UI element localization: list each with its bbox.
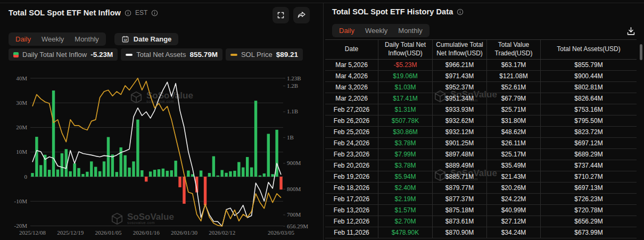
inflow-bar[interactable] [267, 134, 270, 177]
tab-monthly[interactable]: Monthly [393, 25, 428, 36]
legend-label: SOL Price [241, 51, 273, 59]
inflow-bar[interactable] [217, 176, 219, 177]
tab-weekly[interactable]: Weekly [36, 34, 69, 45]
inflow-bar[interactable] [145, 177, 147, 181]
inflow-bar[interactable] [86, 172, 88, 177]
inflow-bar[interactable] [208, 173, 211, 177]
inflow-bar[interactable] [31, 173, 34, 177]
share-button[interactable] [293, 7, 310, 23]
value-cell: $873.61M [433, 216, 487, 227]
date-cell: Feb 18,2026 [325, 183, 378, 193]
value-cell: $2.19M [378, 194, 433, 204]
fullscreen-button[interactable] [273, 7, 289, 23]
inflow-bar[interactable] [153, 170, 156, 177]
value-cell: $673.99M [541, 227, 637, 238]
inflow-bar[interactable] [123, 155, 126, 177]
value-cell: $697.13M [541, 183, 637, 193]
left-axis-tick: 0 [24, 173, 28, 180]
tab-daily[interactable]: Daily [10, 34, 36, 45]
timezone-info-icon[interactable] [151, 10, 158, 16]
date-range-button[interactable]: 12 Date Range [114, 33, 179, 45]
value-cell: $971.43M [433, 71, 487, 81]
inflow-bar[interactable] [128, 168, 130, 177]
inflow-bar[interactable] [77, 168, 80, 177]
tab-weekly[interactable]: Weekly [360, 25, 393, 36]
inflow-bar[interactable] [115, 172, 118, 177]
inflow-bar[interactable] [158, 169, 160, 177]
inflow-bar[interactable] [141, 170, 143, 177]
inflow-bar[interactable] [162, 169, 164, 177]
inflow-bar[interactable] [35, 137, 38, 177]
value-cell: $726.23M [541, 194, 637, 204]
inflow-bar[interactable] [39, 165, 42, 177]
inflow-bar[interactable] [174, 161, 177, 177]
inflow-bar[interactable] [187, 170, 189, 177]
legend-daily-total-net-inflow[interactable]: Daily Total Net Inflow-5.23M [9, 48, 118, 61]
table-header-row: DateDaily Total Net Inflow(USD)Cumulativ… [325, 39, 637, 60]
inflow-bar[interactable] [149, 171, 152, 177]
etf-netinflow-chart[interactable]: 40M30M20M10M0-10M-20M1.23B1.2B1.1B1B900M… [0, 69, 319, 240]
date-cell: Feb 27,2026 [325, 104, 378, 115]
inflow-bar[interactable] [69, 171, 72, 177]
inflow-bar[interactable] [271, 174, 274, 177]
inflow-bar[interactable] [233, 171, 236, 177]
inflow-bar[interactable] [246, 157, 249, 177]
inflow-bar[interactable] [61, 153, 63, 177]
inflow-bar[interactable] [107, 137, 110, 177]
calendar-icon: 12 [121, 35, 129, 43]
inflow-bar[interactable] [48, 170, 51, 177]
inflow-bar[interactable] [56, 170, 59, 177]
inflow-bar[interactable] [204, 177, 207, 205]
value-cell: $889.49M [433, 160, 487, 171]
right-axis-tick: 1B [287, 134, 294, 140]
date-cell: Mar 5,2026 [325, 60, 378, 70]
inflow-bar[interactable] [279, 177, 282, 189]
inflow-bar[interactable] [103, 161, 105, 177]
table-scrollbar-thumb[interactable] [640, 44, 642, 60]
inflow-bar[interactable] [229, 171, 232, 177]
inflow-bar[interactable] [90, 161, 93, 177]
right-controls: DailyWeeklyMonthly [332, 24, 430, 37]
legend-total-net-assets[interactable]: Total Net Assets855.79M [121, 48, 222, 61]
inflow-bar[interactable] [81, 174, 84, 177]
value-cell: $802.81M [541, 82, 637, 93]
inflow-bar[interactable] [111, 154, 114, 177]
date-cell: Feb 23,2026 [325, 149, 378, 160]
value-cell: $40.99M [487, 205, 541, 216]
inflow-bar[interactable] [200, 170, 202, 177]
inflow-bar[interactable] [237, 162, 240, 177]
svg-text:12: 12 [123, 38, 127, 42]
history-info-icon[interactable] [457, 9, 464, 15]
date-cell: Mar 2,2026 [325, 93, 378, 104]
inflow-bar[interactable] [178, 177, 181, 187]
inflow-bar[interactable] [212, 156, 215, 177]
info-icon[interactable] [125, 10, 131, 16]
legend-value: -5.23M [90, 51, 113, 59]
table-row: Mar 4,2026$19.06M$971.43M$121.08M$900.44… [325, 71, 637, 82]
value-cell: $966.21M [433, 60, 487, 70]
inflow-bar[interactable] [73, 163, 76, 177]
inflow-bar[interactable] [225, 173, 227, 177]
inflow-bar[interactable] [94, 167, 97, 177]
inflow-bar[interactable] [132, 161, 135, 177]
inflow-bar[interactable] [242, 168, 244, 177]
tab-monthly[interactable]: Monthly [69, 34, 104, 45]
inflow-bar[interactable] [183, 177, 185, 204]
inflow-bar[interactable] [136, 120, 139, 177]
table-row: Feb 12,2026$2.70M$873.61M$27.12M$656.29M [325, 216, 637, 227]
inflow-bar[interactable] [98, 171, 101, 177]
table-row: Feb 18,2026$2.40M$879.77M$20.26M$697.13M [325, 183, 637, 194]
tab-daily[interactable]: Daily [334, 25, 360, 36]
inflow-bar[interactable] [170, 170, 173, 177]
inflow-bar[interactable] [254, 101, 257, 177]
inflow-bar[interactable] [250, 168, 253, 177]
legend-sol-price[interactable]: SOL Price$89.21 [226, 48, 303, 61]
inflow-bar[interactable] [166, 171, 169, 177]
inflow-bar[interactable] [221, 170, 224, 177]
download-button[interactable] [625, 25, 637, 37]
inflow-bar[interactable] [259, 176, 261, 177]
inflow-bar[interactable] [52, 90, 55, 177]
date-cell: Feb 25,2026 [325, 127, 378, 137]
inflow-bar[interactable] [263, 173, 266, 177]
value-cell: $855.79M [541, 60, 637, 70]
